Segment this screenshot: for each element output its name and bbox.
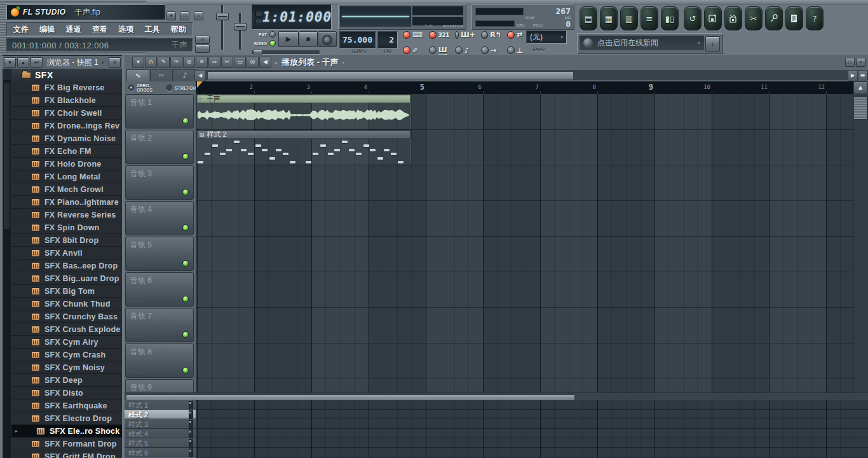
track-header[interactable]: 音轨 3···· [125, 165, 194, 200]
save-new-version-button[interactable] [704, 6, 722, 31]
minimize-button[interactable]: ▾ [166, 11, 176, 20]
master-pitch-handle[interactable] [234, 23, 247, 31]
save-as-wave-button[interactable] [724, 6, 742, 31]
track-enable-led[interactable] [182, 225, 189, 231]
pattern-row[interactable]: 样式 4 [125, 429, 196, 438]
playlist-window-button[interactable]: ▤ [580, 6, 597, 31]
piano-roll-window-button[interactable]: ▥ [620, 6, 638, 31]
pattern-mute-strip[interactable] [189, 439, 193, 448]
audio-clips-tab[interactable]: ∿ [126, 69, 149, 82]
menu-item-1[interactable]: 文件 [13, 24, 29, 35]
browser-item[interactable]: FX Mech Growl [11, 183, 122, 196]
master-volume-handle[interactable] [216, 13, 229, 20]
pattern-row[interactable]: 样式 5 [125, 438, 196, 448]
global-snap-selector[interactable]: (无) ▾ [526, 31, 567, 44]
browser-item[interactable]: SFX 8bit Drop [11, 234, 122, 247]
mute-tool[interactable]: ✕ [196, 57, 208, 68]
blend-recorded-notes[interactable]: Ш+ [455, 31, 475, 39]
browser-item[interactable]: SFX Cym Crash [11, 349, 122, 361]
playlist-close-button[interactable]: × [856, 58, 865, 67]
browser-item[interactable]: FX Drone..ings Rev [11, 120, 122, 132]
mixer-window-button[interactable]: ▮▯ [661, 6, 679, 31]
master-pitch-slider[interactable] [233, 13, 247, 55]
patterns-tab[interactable]: ♪ [173, 69, 196, 82]
step-edit-led[interactable] [455, 46, 463, 54]
pattern-picker-grid[interactable] [196, 400, 868, 458]
track-enable-led[interactable] [182, 367, 189, 373]
pattern-mute-strip[interactable] [189, 429, 193, 438]
countdown-before-recording-led[interactable] [429, 31, 437, 39]
browser-scrollbar-thumb[interactable] [4, 83, 10, 229]
playlist-vscrollbar-thumb[interactable] [853, 97, 867, 120]
track-enable-led[interactable] [182, 189, 189, 195]
hint-toggle-button-2[interactable]: ⌒ [195, 45, 210, 53]
pattern-display[interactable]: 2 [377, 31, 398, 49]
track-enable-led[interactable] [182, 260, 189, 267]
scroll-left-button[interactable]: ◀ [194, 70, 206, 81]
play-button[interactable]: ▶ [278, 31, 299, 47]
maximize-button[interactable]: □ [180, 11, 189, 20]
browser-item[interactable]: FX Echo FM [11, 145, 122, 158]
step-sequencer-window-button[interactable]: ▦ [600, 6, 618, 31]
browser-item[interactable]: FX Reverse Series [11, 209, 122, 221]
browser-item[interactable]: SFX Cym Noisy [11, 361, 122, 374]
pat-mode-led[interactable] [269, 31, 276, 38]
collapse-all-button[interactable]: ▾ [4, 57, 16, 68]
browser-item[interactable]: FX Choir Swell [11, 107, 122, 120]
browser-item[interactable]: SFX Disto [11, 387, 122, 399]
browser-item[interactable]: SFX Anvil [11, 247, 122, 260]
browser-item[interactable]: SFX Chunk Thud [11, 298, 122, 310]
browser-window-button[interactable]: ≡ [641, 6, 658, 31]
window-menu-arrow-icon[interactable]: ▸ [275, 60, 278, 66]
pattern-clip[interactable]: ▤ 样式 2 [197, 130, 410, 165]
close-button[interactable]: × [194, 11, 203, 20]
browser-item[interactable]: SFX Crunchy Bass [11, 310, 122, 323]
browser-item[interactable]: SFX Electro Drop [11, 412, 122, 425]
help-button[interactable]: ? [806, 6, 824, 31]
news-dropdown[interactable]: 点击启用在线新闻 ▾ [580, 36, 704, 50]
select-tool[interactable]: ▭ [234, 57, 246, 68]
track-header[interactable]: 音轨 7···· [125, 308, 194, 342]
loop-recording-led[interactable] [481, 31, 488, 39]
loop-recording[interactable]: R↰ [481, 31, 501, 39]
browser-item[interactable]: SFX Formant Drop [11, 438, 122, 450]
browser-item[interactable]: FX Big Reverse [11, 81, 122, 94]
slip-tool[interactable]: ↔ [208, 57, 220, 68]
browser-item[interactable]: SFX Crush Explode [11, 323, 122, 336]
menu-item-2[interactable]: 编辑 [39, 24, 55, 35]
typing-keyboard-to-piano[interactable]: ⌨ [403, 31, 423, 39]
delete-tool[interactable]: ⊘ [183, 57, 195, 68]
project-notes-button[interactable] [785, 6, 803, 31]
stop-button[interactable]: ■ [299, 31, 318, 47]
playlist-header[interactable]: ▾∩✎✑⊘✕↔✂▭◎◀ ▸ 播放列表 - 干声 ▾ □ × [125, 56, 868, 69]
undo-button[interactable]: ↺ [684, 6, 702, 31]
pattern-row[interactable]: 样式 6 [125, 448, 196, 457]
browser-item[interactable]: FX Spin Down [11, 221, 122, 234]
menu-item-3[interactable]: 通道 [66, 24, 81, 35]
playlist-hscrollbar[interactable] [206, 70, 868, 80]
recording-wand-led[interactable] [403, 46, 410, 54]
snap-magnet[interactable]: ∩ [145, 57, 157, 68]
playlist-restore-button[interactable]: □ [845, 58, 855, 67]
track-header[interactable]: 音轨 4···· [125, 201, 194, 235]
news-download-button[interactable]: ↓ [705, 36, 720, 52]
shuffle-slider[interactable] [252, 50, 320, 55]
zero-cross-radio[interactable] [128, 85, 134, 91]
audio-clip[interactable]: ⊢ 干声 [197, 95, 410, 129]
wait-for-input-led[interactable] [429, 46, 437, 54]
record-button[interactable] [318, 31, 337, 47]
browser-close-button[interactable]: × [109, 57, 121, 68]
pattern-mute-strip[interactable] [189, 448, 193, 457]
browser-item[interactable]: SFX Earthquake [11, 399, 122, 412]
menu-item-7[interactable]: 帮助 [171, 24, 186, 35]
playback-tool[interactable]: ◀ [259, 57, 271, 68]
parent-folder-button[interactable]: ▴ [17, 57, 29, 68]
playlist-vscrollbar[interactable]: ▲ [853, 81, 868, 394]
auto-scroll[interactable]: ⇄ [507, 31, 527, 39]
pattern-mute-strip[interactable] [189, 410, 193, 419]
track-header[interactable]: 音轨 1···· [125, 94, 194, 128]
countdown-before-recording[interactable]: 321 [429, 31, 449, 39]
browser-item[interactable]: SFX Gritt FM Drop [11, 450, 122, 458]
menu-item-5[interactable]: 选项 [118, 24, 133, 35]
draw-tool[interactable]: ✎ [158, 57, 170, 68]
